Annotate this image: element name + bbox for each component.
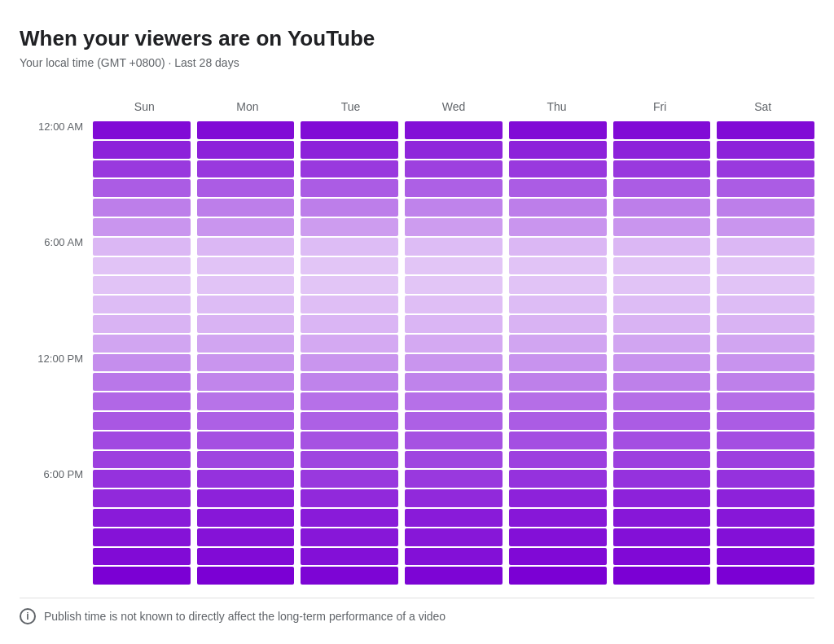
- hour-cell-sun-11: [93, 335, 191, 353]
- day-header-sun: Sun: [93, 100, 196, 113]
- hour-cell-fri-11: [613, 335, 711, 353]
- info-icon: i: [20, 608, 36, 624]
- hour-cell-mon-1: [197, 141, 295, 159]
- hour-cell-sat-7: [717, 257, 814, 275]
- hour-cell-wed-11: [405, 335, 503, 353]
- hour-cell-sat-17: [717, 451, 814, 469]
- hour-cell-sun-7: [93, 257, 191, 275]
- hour-cell-sat-5: [717, 218, 814, 236]
- hour-cell-thu-4: [509, 199, 607, 217]
- hour-cell-mon-20: [197, 509, 295, 527]
- hour-cell-thu-5: [509, 218, 607, 236]
- hour-cell-thu-9: [509, 296, 607, 313]
- hour-cell-thu-23: [509, 567, 607, 585]
- hour-cell-sun-6: [93, 238, 191, 256]
- hour-cell-sun-19: [93, 489, 191, 507]
- hour-cell-wed-16: [405, 432, 503, 449]
- hour-cell-sun-14: [93, 392, 191, 410]
- hour-cell-mon-13: [197, 373, 295, 391]
- hour-cell-tue-18: [301, 470, 398, 488]
- page-title: When your viewers are on YouTube: [20, 26, 814, 51]
- hour-cell-tue-23: [301, 567, 398, 585]
- hour-cell-mon-11: [197, 335, 295, 353]
- hour-cell-fri-5: [613, 218, 711, 236]
- hour-cell-tue-8: [301, 276, 398, 294]
- hour-cell-tue-19: [301, 489, 398, 507]
- hour-cell-wed-17: [405, 451, 503, 469]
- hour-cell-fri-1: [613, 141, 711, 159]
- hour-cell-sat-13: [717, 373, 814, 391]
- hour-cell-mon-5: [197, 218, 295, 236]
- hour-cell-sun-10: [93, 315, 191, 333]
- hour-cell-fri-21: [613, 528, 711, 546]
- hour-cell-wed-14: [405, 392, 503, 410]
- hour-cell-fri-16: [613, 432, 711, 449]
- hour-cell-sat-20: [717, 509, 814, 527]
- hour-cell-mon-15: [197, 412, 295, 430]
- hour-cell-fri-9: [613, 296, 711, 313]
- hour-cell-tue-13: [301, 373, 398, 391]
- day-column-fri: [613, 121, 711, 585]
- hour-cell-thu-15: [509, 412, 607, 430]
- hour-cell-tue-22: [301, 548, 398, 566]
- hour-cell-fri-8: [613, 276, 711, 294]
- hour-cell-wed-2: [405, 160, 503, 178]
- footer: i Publish time is not known to directly …: [20, 608, 814, 624]
- subtitle: Your local time (GMT +0800) · Last 28 da…: [20, 56, 814, 69]
- hour-cell-fri-15: [613, 412, 711, 430]
- days-header-row: SunMonTueWedThuFriSat: [93, 92, 814, 121]
- hour-cell-thu-2: [509, 160, 607, 178]
- hour-cell-sun-22: [93, 548, 191, 566]
- hour-cell-thu-16: [509, 432, 607, 449]
- card: When your viewers are on YouTube Your lo…: [0, 0, 834, 644]
- hour-cell-sun-23: [93, 567, 191, 585]
- hour-cell-wed-12: [405, 354, 503, 372]
- hour-cell-fri-12: [613, 354, 711, 372]
- hour-cell-tue-14: [301, 392, 398, 410]
- day-column-wed: [405, 121, 503, 585]
- hour-cell-wed-8: [405, 276, 503, 294]
- hour-cell-mon-3: [197, 179, 295, 197]
- hour-cell-thu-17: [509, 451, 607, 469]
- y-label-0: 12:00 AM: [20, 121, 93, 132]
- hour-cell-mon-9: [197, 296, 295, 313]
- hour-cell-mon-7: [197, 257, 295, 275]
- hour-cell-wed-22: [405, 548, 503, 566]
- hour-cell-thu-18: [509, 470, 607, 488]
- hour-cell-sat-10: [717, 315, 814, 333]
- hour-cell-sat-23: [717, 567, 814, 585]
- hour-cell-sat-16: [717, 432, 814, 449]
- hour-cell-sat-14: [717, 392, 814, 410]
- hour-cell-mon-6: [197, 238, 295, 256]
- hour-cell-fri-6: [613, 238, 711, 256]
- hour-cell-mon-17: [197, 451, 295, 469]
- hour-cell-sun-4: [93, 199, 191, 217]
- hour-cell-wed-23: [405, 567, 503, 585]
- hour-cell-sat-0: [717, 121, 814, 139]
- day-header-tue: Tue: [299, 100, 402, 113]
- hour-cell-thu-6: [509, 238, 607, 256]
- hour-cell-sat-2: [717, 160, 814, 178]
- hour-cell-tue-15: [301, 412, 398, 430]
- hour-cell-sat-21: [717, 528, 814, 546]
- hour-cell-wed-7: [405, 257, 503, 275]
- hour-cell-tue-9: [301, 296, 398, 313]
- hour-cell-sun-2: [93, 160, 191, 178]
- day-header-wed: Wed: [402, 100, 506, 113]
- hour-cell-sun-21: [93, 528, 191, 546]
- hour-cell-mon-22: [197, 548, 295, 566]
- hour-cell-sat-22: [717, 548, 814, 566]
- hour-cell-fri-18: [613, 470, 711, 488]
- columns-row: [93, 121, 814, 585]
- hour-cell-fri-22: [613, 548, 711, 566]
- hour-cell-tue-17: [301, 451, 398, 469]
- hour-cell-fri-17: [613, 451, 711, 469]
- day-header-sat: Sat: [711, 100, 814, 113]
- day-header-fri: Fri: [608, 100, 712, 113]
- hour-cell-wed-6: [405, 238, 503, 256]
- hour-cell-tue-12: [301, 354, 398, 372]
- hour-cell-thu-0: [509, 121, 607, 139]
- hour-cell-fri-23: [613, 567, 711, 585]
- hour-cell-sun-3: [93, 179, 191, 197]
- y-label-3: 6:00 PM: [20, 469, 93, 480]
